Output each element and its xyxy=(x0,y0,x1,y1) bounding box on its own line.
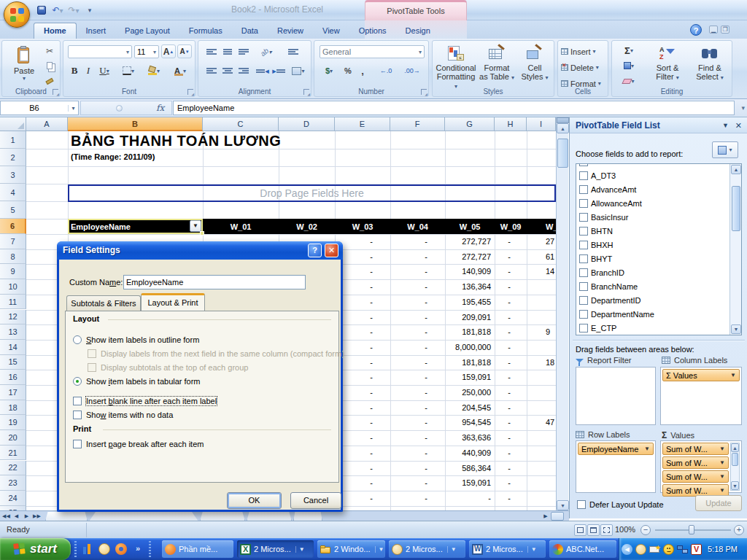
grid-cell[interactable]: 61 xyxy=(527,249,556,265)
checkbox-show-items-with-no-data[interactable]: Show items with no data xyxy=(73,411,173,419)
field-checkbox[interactable] xyxy=(579,213,588,222)
grid-cell[interactable]: - xyxy=(335,491,390,506)
grid-cell[interactable]: 9 xyxy=(527,324,556,340)
merge-center-icon[interactable]: ▾ xyxy=(289,64,308,77)
field-item-basicinsur[interactable]: BasicInsur xyxy=(576,210,741,224)
grid-cell[interactable]: - xyxy=(495,340,527,355)
checkbox-insert-blank-line-after-each-i[interactable]: Insert blank line after each item label xyxy=(73,397,217,405)
number-format-combo[interactable]: General▾ xyxy=(320,45,425,58)
row-header-14[interactable]: 14 xyxy=(0,340,26,355)
grid-cell[interactable]: - xyxy=(495,279,527,295)
find-select-button[interactable]: Find &Select ▾ xyxy=(689,44,730,92)
field-item-departmentid[interactable]: DepartmentID xyxy=(576,293,741,307)
grid-cell[interactable]: 954,545 xyxy=(445,415,495,430)
field-checkbox[interactable] xyxy=(579,268,588,277)
grid-cell[interactable]: - xyxy=(335,430,390,446)
format-as-table-button[interactable]: Formatas Table ▾ xyxy=(478,44,516,92)
taskbar-button-5[interactable]: ABC.Net... xyxy=(549,540,616,558)
tab-data[interactable]: Data xyxy=(232,23,268,39)
page-layout-view-icon[interactable] xyxy=(587,524,600,536)
cell-styles-button[interactable]: CellStyles ▾ xyxy=(517,44,552,92)
tray-mail-icon[interactable]: ★ xyxy=(649,544,660,555)
grid-cell[interactable]: - xyxy=(495,249,527,265)
grid-cell[interactable]: - xyxy=(390,279,445,295)
pill-dropdown-icon[interactable]: ▼ xyxy=(719,473,725,480)
paste-button[interactable]: Paste ▾ xyxy=(4,44,44,92)
ok-button[interactable]: OK xyxy=(227,492,282,509)
increase-indent-icon[interactable]: ▸ xyxy=(271,64,286,77)
row-header-8[interactable]: 8 xyxy=(0,249,26,265)
row-header-4[interactable]: 4 xyxy=(0,184,26,201)
row-header-3[interactable]: 3 xyxy=(0,166,26,184)
number-dialog-launcher[interactable] xyxy=(421,89,427,95)
value-area-pill[interactable]: Sum of W...▼ xyxy=(662,456,729,469)
row-labels-area[interactable]: EmployeeName▼ xyxy=(576,440,656,493)
grid-cell[interactable]: - xyxy=(390,430,445,446)
pivot-filter-dropdown-icon[interactable]: ▼ xyxy=(190,220,201,232)
grid-cell[interactable]: 136,364 xyxy=(445,279,495,295)
checkbox-insert-page-break-after-each-i[interactable]: Insert page break after each item xyxy=(73,440,204,448)
scrollbar-split-handle[interactable] xyxy=(557,117,569,123)
tab-layout-print[interactable]: Layout & Print xyxy=(141,293,205,311)
customize-qat-icon[interactable]: ▾ xyxy=(83,4,96,17)
grid-cell[interactable]: - xyxy=(495,491,527,506)
values-scroll-down-icon[interactable]: ▼ xyxy=(731,481,739,490)
row-header-15[interactable]: 15 xyxy=(0,355,26,370)
field-item-bhtn[interactable]: BHTN xyxy=(576,224,741,238)
row-header-2[interactable]: 2 xyxy=(0,149,26,166)
tab-design[interactable]: Design xyxy=(396,23,440,39)
custom-name-input[interactable] xyxy=(123,275,306,289)
page-break-view-icon[interactable] xyxy=(600,524,613,536)
field-list-scrollbar[interactable]: ▲ ▼ xyxy=(729,164,741,335)
grid-cell[interactable]: - xyxy=(495,295,527,310)
field-checkbox[interactable] xyxy=(579,310,588,319)
pill-dropdown-icon[interactable]: ▼ xyxy=(719,487,725,494)
grid-cell[interactable]: - xyxy=(335,324,390,340)
values-area[interactable]: Sum of W...▼Sum of W...▼Sum of W...▼Sum … xyxy=(660,440,742,493)
accounting-format-icon[interactable]: $▾ xyxy=(320,64,338,77)
field-checkbox[interactable] xyxy=(579,324,588,332)
insert-cells-button[interactable]: Insert▾ xyxy=(561,45,606,58)
normal-view-icon[interactable] xyxy=(574,524,587,536)
comma-style-icon[interactable]: , xyxy=(357,64,368,77)
tab-view[interactable]: View xyxy=(313,23,349,39)
row-header-11[interactable]: 11 xyxy=(0,295,26,310)
redo-icon[interactable]: ↷▾ xyxy=(67,4,80,17)
clear-icon[interactable]: ▾ xyxy=(616,75,641,87)
field-checkbox[interactable] xyxy=(579,254,588,263)
column-header-D[interactable]: D xyxy=(279,117,335,131)
window-minimize-icon[interactable]: ▁ xyxy=(709,26,718,34)
scroll-up-icon[interactable]: ▲ xyxy=(557,123,569,133)
tab-subtotals-filters[interactable]: Subtotals & Filters xyxy=(66,295,141,311)
grid-cell[interactable]: - xyxy=(335,264,390,279)
last-sheet-icon[interactable]: ▶▶ xyxy=(32,512,42,521)
row-header-23[interactable]: 23 xyxy=(0,475,26,491)
align-center-icon[interactable] xyxy=(220,64,235,77)
grid-cell[interactable]: 363,636 xyxy=(445,430,495,446)
copy-icon[interactable] xyxy=(43,60,56,71)
grid-cell[interactable]: - xyxy=(390,400,445,416)
grid-cell[interactable]: - xyxy=(390,446,445,461)
grid-cell[interactable]: 440,909 xyxy=(445,446,495,461)
tab-formulas[interactable]: Formulas xyxy=(179,23,232,39)
grid-cell[interactable]: 250,000 xyxy=(445,385,495,400)
grow-font-icon[interactable]: A▲ xyxy=(161,44,176,58)
field-item-bhyt[interactable]: BHYT xyxy=(576,252,741,265)
column-header-I[interactable]: I xyxy=(527,117,556,131)
row-header-19[interactable]: 19 xyxy=(0,415,26,430)
pill-dropdown-icon[interactable]: ▼ xyxy=(719,459,725,466)
grid-cell[interactable]: - xyxy=(335,234,390,249)
grid-cell[interactable]: - xyxy=(335,295,390,310)
grid-cell[interactable]: - xyxy=(390,295,445,310)
prev-sheet-icon[interactable]: ◀ xyxy=(12,512,21,521)
row-header-9[interactable]: 9 xyxy=(0,264,26,279)
grid-cell[interactable]: - xyxy=(390,385,445,400)
taskbar-button-dropdown-icon[interactable]: ▼ xyxy=(295,546,305,553)
field-item-branchname[interactable]: BranchName xyxy=(576,279,741,293)
alignment-dialog-launcher[interactable] xyxy=(303,89,309,95)
scroll-down-icon[interactable]: ▼ xyxy=(557,500,569,510)
name-box[interactable]: B6▾ xyxy=(0,101,79,115)
first-sheet-icon[interactable]: ◀◀ xyxy=(1,512,11,521)
field-item-e_ctp[interactable]: E_CTP xyxy=(576,321,741,335)
drop-page-fields-zone[interactable]: Drop Page Fields Here xyxy=(68,184,556,202)
